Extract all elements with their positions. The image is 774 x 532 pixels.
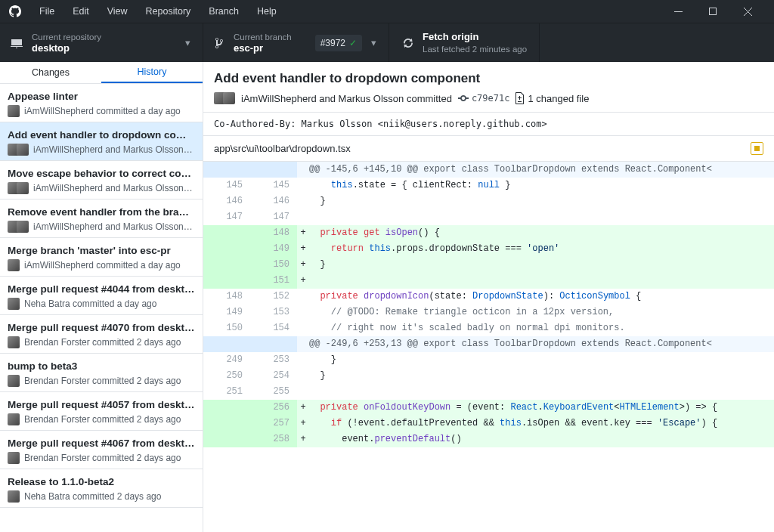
commit-item[interactable]: bump to beta3Brendan Forster committed 2… [0, 354, 203, 392]
commit-item-byline: iAmWillShepherd committed a day ago [24, 106, 181, 116]
diff-line: 256+ private onFoldoutKeyDown = (event: … [203, 400, 774, 416]
commit-item[interactable]: Add event handler to dropdown compon…iAm… [0, 122, 203, 161]
commit-title: Add event handler to dropdown component [214, 71, 763, 86]
avatar [8, 221, 29, 233]
commit-item-title: Merge pull request #4044 from desktop/… [8, 283, 195, 296]
commit-item[interactable]: Release to 1.1.0-beta2Neha Batra committ… [0, 469, 203, 508]
commit-detail: Add event handler to dropdown component … [203, 62, 774, 532]
commit-item[interactable]: Merge pull request #4057 from desktop/…B… [0, 392, 203, 431]
commit-item[interactable]: Merge pull request #4070 from desktop/…B… [0, 315, 203, 354]
avatar [8, 375, 20, 387]
diff-line: 149153 // @TODO: Remake triangle octicon… [203, 305, 774, 320]
commit-item-byline: Brendan Forster committed 2 days ago [24, 453, 181, 463]
commit-item[interactable]: Merge branch 'master' into esc-priAmWill… [0, 238, 203, 277]
pr-badge: #3972 ✓ [315, 35, 362, 51]
menubar: File Edit View Repository Branch Help [32, 3, 661, 20]
diff-line: 251255 [203, 384, 774, 400]
check-icon: ✓ [349, 38, 357, 48]
current-branch-dropdown[interactable]: Current branch esc-pr #3972 ✓ ▾ [203, 23, 389, 62]
avatar [8, 490, 20, 503]
fetch-label: Fetch origin [423, 31, 527, 43]
diff-line: 148152 private dropdownIcon(state: Dropd… [203, 289, 774, 305]
tab-changes[interactable]: Changes [0, 62, 101, 83]
commit-item-title: Merge pull request #4070 from desktop/… [8, 321, 195, 335]
commit-list[interactable]: Appease linteriAmWillShepherd committed … [0, 84, 203, 532]
branch-value: esc-pr [234, 42, 306, 54]
commit-item[interactable]: Merge pull request #4067 from desktop/…B… [0, 431, 203, 469]
current-repository-dropdown[interactable]: Current repository desktop ▾ [0, 23, 203, 62]
modified-badge-icon [751, 142, 763, 155]
diff-line: 147147 [203, 209, 774, 225]
menu-view[interactable]: View [100, 3, 135, 20]
fetch-button[interactable]: Fetch origin Last fetched 2 minutes ago [389, 23, 540, 62]
commit-item-title: Appease linter [8, 90, 195, 104]
diff-view[interactable]: @@ -145,6 +145,10 @@ export class Toolba… [203, 162, 774, 532]
toolbar: Current repository desktop ▾ Current bra… [0, 23, 774, 62]
diff-line: 146146 } [203, 193, 774, 209]
minimize-button[interactable] [661, 0, 695, 23]
sidebar-tabs: Changes History [0, 62, 203, 84]
menu-branch[interactable]: Branch [201, 3, 246, 20]
avatar [8, 298, 20, 310]
menu-edit[interactable]: Edit [65, 3, 97, 20]
sidebar: Changes History Appease linteriAmWillShe… [0, 62, 203, 532]
maximize-button[interactable] [695, 0, 730, 23]
commit-item[interactable]: Move escape behavior to correct compo…iA… [0, 161, 203, 200]
commit-item[interactable]: Remove event handler from the branches…i… [0, 200, 203, 238]
commit-item-byline: Brendan Forster committed 2 days ago [24, 337, 181, 348]
commit-item-title: Merge pull request #4057 from desktop/… [8, 398, 195, 412]
commit-item-title: bump to beta3 [8, 360, 195, 373]
diff-line: 150154 // right now it's scaled badly on… [203, 320, 774, 336]
commit-item-title: Merge branch 'master' into esc-pr [8, 244, 195, 258]
diff-line: 151+ [203, 273, 774, 289]
svg-rect-0 [709, 8, 716, 14]
tab-history[interactable]: History [101, 62, 203, 83]
repo-value: desktop [32, 42, 176, 54]
commit-item-title: Remove event handler from the branches… [8, 206, 195, 219]
diff-line: @@ -249,6 +253,13 @@ export class Toolba… [203, 336, 774, 352]
avatar [8, 413, 20, 425]
avatar [8, 259, 20, 271]
desktop-icon [11, 37, 23, 49]
commit-item-title: Add event handler to dropdown compon… [8, 128, 195, 142]
avatar [8, 182, 29, 194]
commit-item-title: Release to 1.1.0-beta2 [8, 475, 195, 489]
changed-files[interactable]: 1 changed file [515, 92, 589, 104]
chevron-down-icon: ▾ [371, 37, 376, 48]
commit-item-byline: iAmWillShepherd and Markus Olsson co… [33, 144, 195, 155]
commit-item-byline: iAmWillShepherd and Markus Olsson co… [33, 221, 195, 232]
diff-icon [515, 92, 525, 104]
diff-line: 250254 } [203, 368, 774, 384]
commit-item-title: Merge pull request #4067 from desktop/… [8, 437, 195, 450]
file-row[interactable]: app\src\ui\toolbar\dropdown.tsx [203, 135, 774, 162]
git-branch-icon [214, 37, 224, 49]
commit-item[interactable]: Appease linteriAmWillShepherd committed … [0, 84, 203, 122]
menu-file[interactable]: File [32, 3, 62, 20]
repo-label: Current repository [32, 32, 176, 42]
commit-item-byline: iAmWillShepherd committed a day ago [24, 260, 181, 271]
avatar [8, 105, 20, 117]
window-controls [661, 0, 765, 23]
avatar [8, 144, 29, 156]
commit-byline: iAmWillShepherd and Markus Olsson commit… [241, 93, 452, 104]
co-author-line: Co-Authored-By: Markus Olsson <niik@user… [203, 112, 774, 135]
pr-number: #3972 [320, 38, 345, 48]
titlebar: File Edit View Repository Branch Help [0, 0, 774, 23]
commit-item-byline: Brendan Forster committed 2 days ago [24, 414, 181, 425]
menu-repository[interactable]: Repository [138, 3, 199, 20]
github-logo-icon [9, 5, 21, 17]
diff-line: 145145 this.state = { clientRect: null } [203, 178, 774, 193]
commit-item[interactable]: Merge pull request #4044 from desktop/…N… [0, 277, 203, 315]
chevron-down-icon: ▾ [185, 37, 190, 48]
commit-sha[interactable]: c79e71c [458, 92, 510, 104]
avatar [8, 452, 20, 464]
close-button[interactable] [730, 0, 765, 23]
avatar [8, 336, 20, 348]
menu-help[interactable]: Help [249, 3, 284, 20]
fetch-sub: Last fetched 2 minutes ago [423, 43, 527, 55]
commit-item-byline: Neha Batra committed a day ago [24, 298, 156, 309]
sync-icon [403, 37, 413, 49]
author-avatars [214, 92, 235, 104]
branch-label: Current branch [234, 32, 306, 42]
commit-item-title: Move escape behavior to correct compo… [8, 167, 195, 181]
